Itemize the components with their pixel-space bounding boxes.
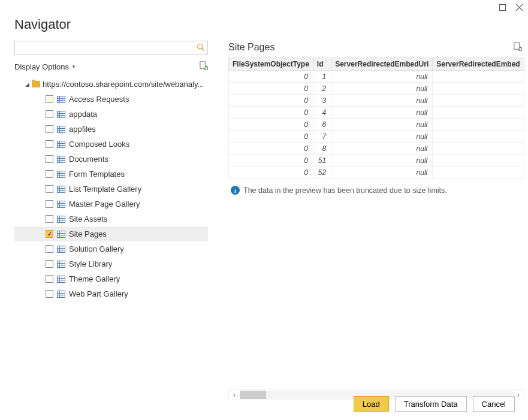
checkbox[interactable] [46, 125, 53, 133]
tree-item[interactable]: Solution Gallery [14, 241, 208, 256]
svg-rect-0 [499, 4, 505, 10]
table-row[interactable]: 051null [229, 155, 524, 167]
tree-item-label: Site Pages [69, 229, 107, 238]
tree-root-node[interactable]: ◢ https://contoso.sharepoint.com/site/we… [14, 77, 208, 92]
checkbox[interactable] [46, 155, 53, 163]
table-row[interactable]: 03null [229, 95, 524, 107]
preview-refresh-icon[interactable] [513, 42, 522, 53]
checkbox[interactable] [46, 215, 53, 223]
preview-table: FileSystemObjectTypeIdServerRedirectedEm… [228, 58, 524, 179]
tree-item[interactable]: appfiles [14, 122, 208, 137]
table-cell: 0 [229, 119, 313, 131]
tree-item-label: Master Page Gallery [69, 200, 140, 209]
table-cell: 8 [313, 143, 331, 155]
table-cell [433, 155, 524, 167]
display-options-dropdown[interactable]: Display Options ▼ [14, 62, 76, 71]
tree-item[interactable]: Form Templates [14, 167, 208, 182]
table-cell: 6 [313, 119, 331, 131]
tree-item[interactable]: Master Page Gallery [14, 197, 208, 211]
table-cell: 51 [313, 155, 331, 167]
tree-item-label: Form Templates [69, 170, 125, 179]
navigator-tree: ◢ https://contoso.sharepoint.com/site/we… [14, 77, 208, 301]
tree-item[interactable]: Web Part Gallery [14, 286, 208, 301]
table-cell: 52 [313, 167, 331, 179]
checkbox[interactable] [46, 110, 53, 118]
search-input[interactable] [14, 41, 208, 55]
table-cell: null [331, 155, 433, 167]
scroll-thumb[interactable] [240, 391, 266, 399]
table-cell: 2 [313, 83, 331, 95]
table-row[interactable]: 01null [229, 71, 524, 83]
table-cell: 0 [229, 83, 313, 95]
window-maximize-icon[interactable] [498, 3, 506, 11]
preview-info-message: i The data in the preview has been trunc… [228, 186, 524, 195]
table-row[interactable]: 06null [229, 119, 524, 131]
table-cell [433, 83, 524, 95]
checkbox[interactable] [46, 275, 53, 283]
checkbox[interactable] [46, 200, 53, 208]
tree-item[interactable]: List Template Gallery [14, 182, 208, 197]
tree-item[interactable]: Access Requests [14, 92, 208, 107]
table-icon [57, 171, 65, 178]
transform-data-button[interactable]: Transform Data [395, 396, 467, 412]
tree-item[interactable]: Composed Looks [14, 137, 208, 152]
dialog-header: Navigator [0, 14, 528, 41]
column-header[interactable]: ServerRedirectedEmbed [433, 58, 524, 71]
svg-marker-6 [205, 66, 207, 67]
checkbox[interactable] [46, 245, 53, 253]
tree-item-label: appfiles [69, 125, 96, 134]
table-cell: 4 [313, 107, 331, 119]
table-row[interactable]: 02null [229, 83, 524, 95]
checkbox[interactable] [46, 95, 53, 103]
window-close-icon[interactable] [515, 3, 523, 11]
column-header[interactable]: ServerRedirectedEmbedUri [331, 58, 433, 71]
checkbox[interactable] [46, 290, 53, 298]
tree-item[interactable]: Site Pages [14, 226, 208, 241]
table-icon [57, 246, 65, 253]
table-cell [433, 71, 524, 83]
table-row[interactable]: 04null [229, 107, 524, 119]
tree-item-label: Web Part Gallery [69, 289, 128, 298]
svg-marker-8 [519, 47, 521, 48]
tree-item-label: List Template Gallery [69, 185, 141, 194]
tree-item-label: Access Requests [69, 95, 129, 104]
table-icon [57, 126, 65, 133]
tree-item[interactable]: appdata [14, 107, 208, 122]
column-header[interactable]: FileSystemObjectType [229, 58, 313, 71]
tree-item[interactable]: Style Library [14, 256, 208, 271]
checkbox[interactable] [46, 140, 53, 148]
expand-collapse-icon[interactable]: ◢ [25, 81, 29, 87]
checkbox[interactable] [46, 230, 53, 238]
table-cell: null [331, 107, 433, 119]
checkbox[interactable] [46, 170, 53, 178]
tree-item-label: appdata [69, 110, 97, 119]
tree-item[interactable]: Documents [14, 152, 208, 167]
tree-refresh-icon[interactable] [199, 61, 208, 72]
tree-item[interactable]: Theme Gallery [14, 271, 208, 286]
table-cell: 0 [229, 107, 313, 119]
table-cell: 0 [229, 71, 313, 83]
load-button[interactable]: Load [354, 396, 389, 412]
scroll-left-arrow[interactable]: ‹ [229, 391, 240, 399]
window-titlebar [0, 0, 528, 14]
table-cell: null [331, 95, 433, 107]
tree-item-label: Composed Looks [69, 140, 129, 149]
info-icon: i [231, 186, 240, 195]
table-cell: null [331, 131, 433, 143]
svg-rect-7 [514, 43, 519, 49]
dialog-title: Navigator [14, 17, 514, 32]
table-row[interactable]: 08null [229, 143, 524, 155]
table-row[interactable]: 052null [229, 167, 524, 179]
cancel-button[interactable]: Cancel [473, 396, 515, 412]
table-icon [57, 291, 65, 298]
checkbox[interactable] [46, 260, 53, 268]
table-cell: null [331, 119, 433, 131]
table-cell [433, 107, 524, 119]
checkbox[interactable] [46, 185, 53, 193]
table-icon [57, 156, 65, 163]
column-header[interactable]: Id [313, 58, 331, 71]
table-cell [433, 95, 524, 107]
table-cell: 0 [229, 131, 313, 143]
table-row[interactable]: 07null [229, 131, 524, 143]
tree-item[interactable]: Site Assets [14, 211, 208, 226]
